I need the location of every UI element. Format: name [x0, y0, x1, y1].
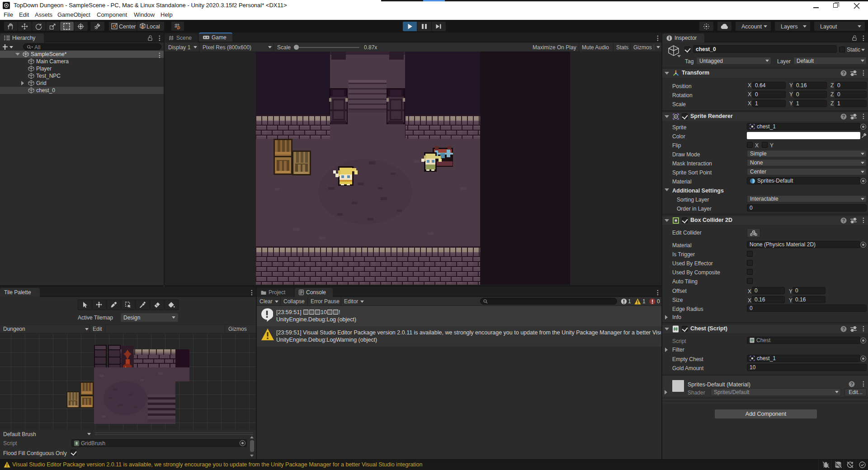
- svg-text:?: ?: [850, 382, 853, 387]
- svg-text:?: ?: [842, 218, 845, 223]
- svg-text:?: ?: [842, 71, 845, 76]
- svg-text:?: ?: [842, 114, 845, 119]
- svg-text:?: ?: [842, 327, 845, 332]
